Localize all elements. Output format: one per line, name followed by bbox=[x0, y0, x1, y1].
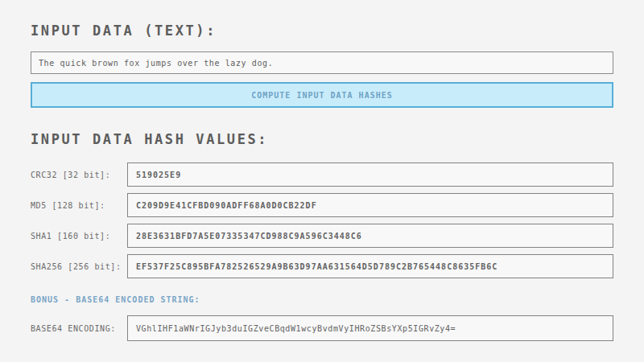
sha256-label: SHA256 [256 bit]: bbox=[31, 262, 127, 271]
hash-tool-page: INPUT DATA (TEXT): COMPUTE INPUT DATA HA… bbox=[0, 23, 644, 362]
crc32-value-field[interactable] bbox=[127, 162, 613, 187]
sha256-value-field[interactable] bbox=[127, 254, 613, 278]
bonus-base64-title: BONUS - BASE64 ENCODED STRING: bbox=[31, 295, 613, 304]
hash-values-title: INPUT DATA HASH VALUES: bbox=[31, 131, 613, 147]
crc32-label: CRC32 [32 bit]: bbox=[31, 171, 127, 179]
md5-label: MD5 [128 bit]: bbox=[31, 201, 127, 210]
hash-row-sha256: SHA256 [256 bit]: bbox=[31, 254, 613, 278]
hash-row-crc32: CRC32 [32 bit]: bbox=[31, 162, 613, 187]
compute-hashes-button[interactable]: COMPUTE INPUT DATA HASHES bbox=[31, 82, 613, 108]
sha1-label: SHA1 [160 bit]: bbox=[31, 232, 127, 241]
hash-row-sha1: SHA1 [160 bit]: bbox=[31, 224, 613, 248]
base64-row: BASE64 ENCODING: bbox=[31, 315, 613, 341]
hash-row-md5: MD5 [128 bit]: bbox=[31, 193, 613, 217]
sha1-value-field[interactable] bbox=[127, 224, 613, 248]
base64-label: BASE64 ENCODING: bbox=[31, 324, 127, 333]
input-data-field[interactable] bbox=[31, 51, 613, 74]
md5-value-field[interactable] bbox=[127, 193, 613, 217]
base64-value-field[interactable] bbox=[127, 315, 613, 341]
input-data-title: INPUT DATA (TEXT): bbox=[31, 23, 613, 39]
